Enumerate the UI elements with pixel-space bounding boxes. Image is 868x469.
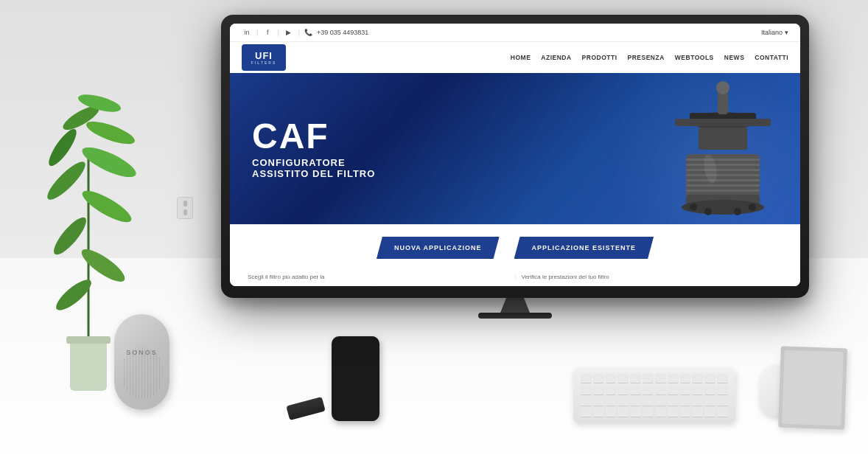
monitor-base	[478, 313, 552, 319]
key	[581, 397, 592, 406]
key	[668, 397, 679, 406]
nuova-applicazione-button[interactable]: NUOVA APPLICAZIONE	[377, 237, 500, 259]
youtube-icon[interactable]: ▶	[284, 27, 294, 38]
bottom-text-1: Scegli il filtro più adatto per la	[248, 274, 325, 280]
key	[704, 374, 715, 383]
key	[606, 397, 617, 406]
key	[643, 374, 654, 383]
filter-product-svg	[653, 80, 793, 220]
hero-product-image	[653, 80, 793, 220]
nav-presenza[interactable]: PRESENZA	[628, 54, 665, 61]
nav-contatti[interactable]: CONTATTI	[755, 54, 788, 61]
site-buttons-section: NUOVA APPLICAZIONE APPLICAZIONE ESISTENT…	[230, 224, 800, 271]
key	[680, 408, 691, 417]
ufi-logo-text: UFI	[255, 51, 273, 60]
key	[655, 408, 666, 417]
svg-rect-27	[686, 190, 760, 192]
sonos-grill	[122, 347, 162, 399]
key	[593, 397, 604, 406]
svg-rect-26	[686, 184, 760, 187]
key	[617, 397, 629, 406]
svg-point-32	[749, 204, 756, 211]
site-navigation: HOME AZIENDA PRODOTTI PRESENZA WEBTOOLS …	[301, 54, 788, 61]
hero-section: CAF CONFIGURATORE ASSISTITO DEL FILTRO	[230, 73, 800, 224]
svg-point-7	[44, 125, 80, 169]
nav-webtools[interactable]: WEBTOOLS	[675, 54, 714, 61]
key	[643, 385, 654, 395]
svg-rect-21	[686, 159, 760, 161]
site-header: UFI FILTERS HOME AZIENDA PRODOTTI PRESEN…	[230, 42, 800, 73]
nav-home[interactable]: HOME	[511, 54, 531, 61]
svg-rect-17	[675, 119, 771, 126]
key	[717, 385, 728, 395]
separator: |	[277, 29, 279, 36]
key	[704, 397, 715, 406]
svg-point-16	[716, 81, 729, 94]
facebook-icon[interactable]: f	[262, 27, 273, 38]
svg-point-4	[79, 185, 136, 227]
bottom-text-2: Verifica le prestazioni del tuo filtro	[522, 274, 609, 280]
svg-rect-12	[66, 336, 111, 344]
key	[606, 408, 617, 417]
key	[593, 408, 604, 417]
site-bottom-text: Scegli il filtro più adatto per la Verif…	[230, 271, 800, 286]
nav-prodotti[interactable]: PRODOTTI	[582, 54, 617, 61]
language-dropdown-icon[interactable]: ▾	[785, 29, 788, 36]
key	[606, 374, 617, 383]
svg-rect-25	[686, 179, 760, 181]
key	[680, 385, 691, 395]
key	[692, 385, 703, 395]
svg-point-34	[734, 208, 741, 215]
sonos-speaker: SONOS	[114, 314, 169, 410]
svg-point-8	[84, 117, 138, 149]
key	[680, 374, 691, 383]
key	[581, 408, 592, 417]
notebook	[778, 346, 847, 429]
svg-point-31	[690, 204, 697, 211]
key	[630, 385, 641, 395]
separator: |	[298, 29, 300, 36]
monitor-stand	[500, 298, 530, 313]
topbar-left: in | f | ▶ | 📞 +39 035 4493831	[242, 27, 368, 38]
svg-rect-11	[70, 339, 107, 391]
applicazione-esistente-button[interactable]: APPLICAZIONE ESISTENTE	[514, 237, 654, 259]
key	[593, 374, 604, 383]
key	[606, 385, 617, 395]
monitor-bezel: in | f | ▶ | 📞 +39 035 4493831 Italiano …	[230, 24, 800, 286]
svg-point-33	[704, 208, 712, 215]
monitor-frame: in | f | ▶ | 📞 +39 035 4493831 Italiano …	[221, 15, 809, 298]
key	[692, 397, 703, 406]
key	[717, 374, 728, 383]
svg-rect-23	[686, 169, 760, 171]
monitor-wrapper: in | f | ▶ | 📞 +39 035 4493831 Italiano …	[221, 15, 809, 319]
notebook-inner	[782, 350, 843, 426]
key	[704, 408, 715, 417]
key	[668, 408, 679, 417]
key	[692, 408, 703, 417]
key	[581, 385, 592, 395]
ufi-logo-subtext: FILTERS	[251, 60, 276, 65]
topbar-phone: +39 035 4493831	[317, 29, 368, 36]
language-selector[interactable]: Italiano	[761, 29, 783, 36]
topbar-right: Italiano ▾	[761, 29, 788, 36]
linkedin-icon[interactable]: in	[242, 27, 252, 38]
key	[630, 374, 641, 383]
key	[717, 408, 728, 417]
outlet-hole-2	[183, 209, 187, 215]
website: in | f | ▶ | 📞 +39 035 4493831 Italiano …	[230, 24, 800, 286]
phone-icon: 📞	[304, 29, 312, 36]
key	[617, 374, 629, 383]
wall-outlet	[177, 197, 193, 219]
key	[692, 374, 703, 383]
nav-news[interactable]: NEWS	[724, 54, 745, 61]
key	[643, 408, 654, 417]
nav-azienda[interactable]: AZIENDA	[541, 54, 571, 61]
keyboard	[573, 368, 735, 423]
key	[655, 397, 666, 406]
key	[668, 385, 679, 395]
key	[717, 397, 728, 406]
key	[643, 397, 654, 406]
ufi-logo[interactable]: UFI FILTERS	[242, 44, 286, 71]
key	[704, 385, 715, 395]
bottom-col-1: Scegli il filtro più adatto per la	[242, 274, 516, 280]
